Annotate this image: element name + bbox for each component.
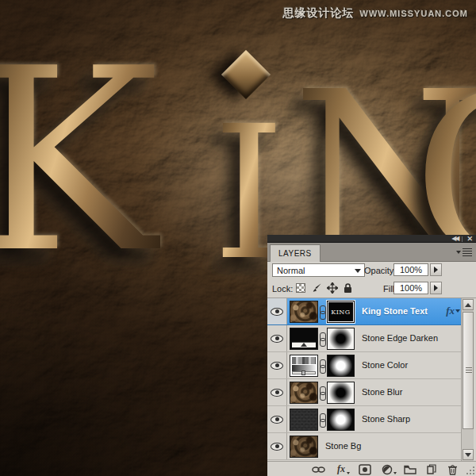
eye-icon [271,389,283,397]
layer-thumbnail[interactable] [290,409,318,431]
lock-label: Lock: [272,284,293,294]
visibility-toggle[interactable] [267,352,287,378]
layer-name[interactable]: Stone Sharp [362,414,410,424]
layer-mask-thumbnail[interactable] [327,328,355,350]
layer-name[interactable]: King Stone Text [362,306,428,316]
layer-name[interactable]: Stone Color [362,360,408,370]
watermark-site-name: 思缘设计论坛 [283,6,355,21]
opacity-stepper[interactable] [430,263,442,276]
photoshop-canvas-screenshot: K I N G 思缘设计论坛 WWW.MISSYUAN.COM ◀◀ ✕ LAY… [0,0,476,476]
layer-thumbnail[interactable] [290,382,318,404]
layer-row-stone-sharp[interactable]: Stone Sharp [267,406,461,433]
mask-link-chain-icon[interactable] [319,305,325,318]
panel-menu-icon[interactable] [456,248,472,257]
eye-icon [271,335,283,343]
panel-resize-grip[interactable] [466,466,475,475]
collapse-to-icons-icon[interactable]: ◀◀ [451,235,458,243]
mask-link-chain-icon[interactable] [319,359,325,372]
layer-mask-thumbnail[interactable] [327,382,355,404]
layer-thumbnail[interactable] [290,436,318,458]
visibility-toggle[interactable] [267,379,287,405]
strip-divider [462,236,463,242]
visibility-toggle[interactable] [267,406,287,432]
fx-collapse-caret-icon[interactable] [455,309,460,313]
visibility-toggle[interactable] [267,298,287,324]
layer-thumbnail[interactable] [290,301,318,323]
delete-layer-trash-icon[interactable] [445,463,459,475]
layer-name[interactable]: Stone Edge Darken [362,333,438,343]
blend-mode-select[interactable]: Normal [272,263,365,277]
chevron-down-icon [355,269,361,273]
lock-transparency-icon[interactable] [294,282,306,294]
watermark-site-url: WWW.MISSYUAN.COM [360,9,468,18]
visibility-toggle[interactable] [267,325,287,351]
layers-panel: ◀◀ ✕ LAYERS Normal Opacity: 100% Lock: [267,235,476,476]
layer-style-fx-icon[interactable]: fx [446,305,455,317]
layer-row-stone-edge-darken[interactable]: Stone Edge Darken [267,325,461,352]
add-layer-mask-icon[interactable] [358,463,372,475]
layer-list: KING King Stone Text fx Stone Edge Darke… [267,298,461,461]
eye-icon [271,308,283,316]
new-adjustment-layer-icon[interactable] [380,463,394,475]
mask-link-chain-icon[interactable] [319,332,325,345]
levels-adjustment-thumbnail[interactable] [290,328,318,350]
new-layer-icon[interactable] [424,463,439,475]
fill-stepper[interactable] [430,282,442,294]
scroll-down-icon[interactable] [463,449,474,460]
layer-mask-thumbnail[interactable] [327,355,355,377]
opacity-input[interactable]: 100% [393,263,428,276]
add-layer-style-fx-icon[interactable]: fx [334,463,348,475]
eye-icon [271,416,283,424]
scrollbar-thumb[interactable] [463,312,474,429]
opacity-label: Opacity: [364,266,396,275]
panel-title-strip: ◀◀ ✕ [267,235,476,243]
layer-row-stone-blur[interactable]: Stone Blur [267,379,461,406]
fill-input[interactable]: 100% [393,282,428,294]
panel-bottom-bar: fx [267,461,476,476]
layer-list-scrollbar[interactable] [461,298,474,461]
king-text-thumbnail[interactable]: KING [327,301,355,323]
layer-row-stone-bg[interactable]: Stone Bg [267,433,461,460]
tab-layers[interactable]: LAYERS [270,244,321,262]
eye-icon [271,443,283,451]
layer-mask-thumbnail[interactable] [327,409,355,431]
mask-link-chain-icon[interactable] [319,413,325,426]
layer-controls: Normal Opacity: 100% Lock: [267,262,476,298]
visibility-toggle[interactable] [267,433,287,459]
layer-name[interactable]: Stone Bg [325,441,361,451]
new-group-folder-icon[interactable] [403,463,417,475]
layer-row-stone-color[interactable]: Stone Color [267,352,461,379]
lock-position-move-icon[interactable] [326,282,338,294]
link-layers-icon[interactable] [312,463,326,475]
gradient-map-thumbnail[interactable] [290,355,318,377]
watermark: 思缘设计论坛 WWW.MISSYUAN.COM [283,6,468,21]
close-panel-icon[interactable]: ✕ [466,235,473,243]
lock-all-padlock-icon[interactable] [342,282,354,294]
layer-row-king-stone-text[interactable]: KING King Stone Text fx [267,298,461,325]
lock-pixels-brush-icon[interactable] [310,282,322,294]
eye-icon [271,362,283,370]
scroll-up-icon[interactable] [463,299,474,310]
layer-name[interactable]: Stone Blur [362,387,402,397]
letter-k: K [0,35,160,287]
mask-link-chain-icon[interactable] [319,386,325,399]
blend-mode-value: Normal [277,266,305,275]
panel-tab-bar: LAYERS [267,243,476,262]
